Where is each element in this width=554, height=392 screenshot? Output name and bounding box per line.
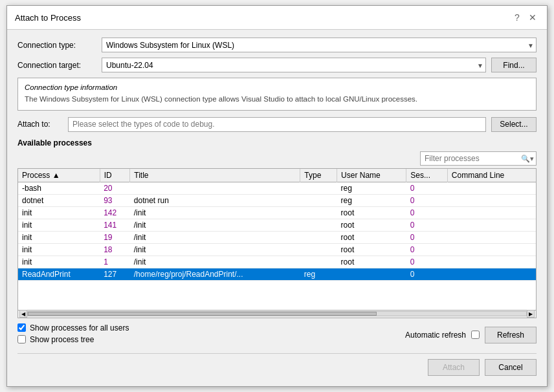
col-username: User Name (337, 169, 406, 182)
attach-button[interactable]: Attach (428, 359, 480, 376)
table-row[interactable]: init1/initroot0 (18, 256, 536, 268)
table-row[interactable]: init142/initroot0 (18, 206, 536, 219)
info-box: Connection type information The Windows … (17, 78, 537, 110)
attach-to-row: Attach to: Select... (17, 117, 537, 132)
show-tree-row: Show process tree (17, 335, 405, 344)
connection-target-select[interactable]: Ubuntu-22.04 (102, 58, 486, 72)
col-type: Type (300, 169, 337, 182)
scroll-left-button[interactable]: ◀ (19, 310, 27, 318)
connection-target-row: Connection target: Ubuntu-22.04 ▼ Find..… (17, 58, 537, 72)
help-button[interactable]: ? (511, 11, 524, 24)
table-row[interactable]: -bash20reg0 (18, 182, 536, 194)
col-process: Process ▲ (18, 169, 100, 182)
filter-wrap: 🔍▾ (420, 151, 537, 166)
show-tree-checkbox[interactable] (17, 335, 26, 343)
table-row[interactable]: init141/initroot0 (18, 219, 536, 231)
col-title: Title (130, 169, 300, 182)
scroll-right-button[interactable]: ▶ (527, 310, 535, 318)
attach-to-process-dialog: Attach to Process ? ✕ Connection type: W… (6, 5, 548, 386)
show-tree-label[interactable]: Show process tree (30, 335, 94, 344)
action-row: Attach Cancel (17, 353, 537, 378)
scrollbar-track[interactable] (27, 311, 527, 316)
show-all-users-label[interactable]: Show processes for all users (30, 323, 129, 332)
connection-type-control: Windows Subsystem for Linux (WSL) ▼ (102, 38, 537, 52)
col-session: Ses... (406, 169, 448, 182)
process-table-container[interactable]: Process ▲ ID Title Type User Name Ses...… (17, 168, 537, 310)
filter-input[interactable] (420, 151, 537, 166)
connection-type-row: Connection type: Windows Subsystem for L… (17, 38, 537, 52)
connection-type-label: Connection type: (17, 41, 102, 50)
cancel-button[interactable]: Cancel (485, 359, 537, 376)
close-button[interactable]: ✕ (526, 11, 539, 24)
connection-target-dropdown-wrap: Ubuntu-22.04 ▼ (102, 58, 486, 72)
connection-target-control: Ubuntu-22.04 ▼ Find... (102, 58, 537, 72)
connection-target-label: Connection target: (17, 61, 102, 70)
table-row[interactable]: ReadAndPrint127/home/reg/proj/ReadAndPri… (18, 268, 536, 280)
table-row[interactable]: init18/initroot0 (18, 243, 536, 256)
dialog-title: Attach to Process (15, 13, 81, 23)
refresh-button[interactable]: Refresh (485, 327, 537, 343)
table-header-row: Process ▲ ID Title Type User Name Ses...… (18, 169, 536, 182)
info-box-title: Connection type information (25, 83, 529, 91)
connection-type-select[interactable]: Windows Subsystem for Linux (WSL) (102, 38, 537, 52)
available-processes-label: Available processes (17, 138, 537, 147)
auto-refresh-label: Automatic refresh (405, 331, 466, 340)
scrollbar-thumb[interactable] (28, 312, 377, 316)
horizontal-scrollbar[interactable]: ◀ ▶ (17, 310, 537, 318)
dialog-content: Connection type: Windows Subsystem for L… (7, 30, 547, 386)
title-bar: Attach to Process ? ✕ (7, 6, 547, 30)
info-box-text: The Windows Subsystem for Linux (WSL) co… (25, 94, 529, 104)
checkboxes: Show processes for all users Show proces… (17, 323, 405, 347)
find-button[interactable]: Find... (491, 58, 537, 72)
attach-to-input[interactable] (68, 117, 486, 132)
filter-row: 🔍▾ (17, 151, 537, 166)
table-row[interactable]: dotnet93dotnet runreg0 (18, 194, 536, 206)
auto-refresh-checkbox[interactable] (471, 331, 480, 339)
col-id: ID (100, 169, 130, 182)
select-button[interactable]: Select... (491, 117, 537, 132)
refresh-area: Automatic refresh Refresh (405, 327, 537, 343)
connection-type-dropdown-wrap: Windows Subsystem for Linux (WSL) ▼ (102, 38, 537, 52)
show-all-users-checkbox[interactable] (17, 323, 26, 332)
bottom-options: Show processes for all users Show proces… (17, 323, 537, 347)
attach-to-label: Attach to: (17, 120, 63, 129)
show-all-users-row: Show processes for all users (17, 323, 405, 332)
col-cmdline: Command Line (447, 169, 536, 182)
process-table: Process ▲ ID Title Type User Name Ses...… (18, 169, 536, 281)
table-row[interactable]: init19/initroot0 (18, 231, 536, 243)
title-bar-buttons: ? ✕ (511, 11, 539, 24)
